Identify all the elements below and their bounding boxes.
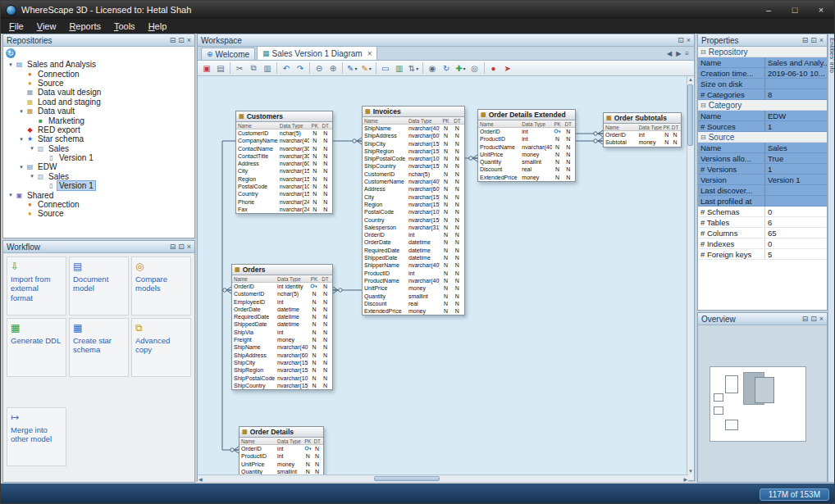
- property-row-creation-time[interactable]: Creation time...2019-06-10 10...: [698, 68, 827, 79]
- scroll-down-icon[interactable]: ▼: [688, 469, 693, 474]
- property-row-versions-allo[interactable]: Versions allo...True: [698, 153, 827, 164]
- table-row[interactable]: CustomerIDnchar(5)NN: [363, 170, 464, 178]
- table-row[interactable]: Phonenvarchar(24)NN: [236, 198, 332, 206]
- table-row[interactable]: ShippedDatedatetimeNN: [232, 320, 332, 328]
- overview-thumbnail[interactable]: [710, 366, 806, 442]
- property-row-columns[interactable]: # Columns65: [698, 228, 827, 238]
- table-row[interactable]: OrderIDintN: [478, 128, 575, 135]
- property-row-name[interactable]: NameEDW: [698, 111, 827, 121]
- table-row[interactable]: ProductNamenvarchar(40)NN: [363, 277, 464, 284]
- scroll-right-icon[interactable]: ▶: [683, 476, 687, 482]
- tree-item-sales-and-analysis[interactable]: ▾▤Sales and Analysis: [3, 60, 194, 69]
- tree-item-sales[interactable]: ▾▧Sales: [3, 172, 194, 181]
- save-icon[interactable]: ▣: [200, 61, 213, 75]
- table-row[interactable]: ShipAddressnvarchar(60)NN: [232, 352, 332, 359]
- tree-item-data-vault[interactable]: ▾▦Data vault: [3, 107, 194, 116]
- pin-icon[interactable]: ⊡: [178, 243, 185, 251]
- table-row[interactable]: ContactNamenvarchar(30)NN: [236, 145, 332, 152]
- table-row[interactable]: OrderIDintN: [240, 445, 323, 452]
- table-row[interactable]: Countrynvarchar(15)NN: [236, 190, 332, 198]
- table-row[interactable]: OrderIDintNN: [604, 131, 681, 138]
- property-row-categories[interactable]: # Categories8: [698, 89, 827, 100]
- table-row[interactable]: PostalCodenvarchar(10)NN: [236, 183, 332, 190]
- pin-icon[interactable]: ⊡: [810, 37, 817, 44]
- table-row[interactable]: ShipNamenvarchar(40)NN: [363, 125, 464, 132]
- tree-item-marketing[interactable]: ■Marketing: [3, 116, 194, 125]
- close-icon[interactable]: ×: [808, 1, 834, 19]
- collapse-icon[interactable]: ⊟: [700, 48, 706, 56]
- memory-usage-badge[interactable]: 117M of 153M: [760, 488, 829, 501]
- close-panel-icon[interactable]: ×: [187, 243, 191, 251]
- diagram-table-customers[interactable]: ▦CustomersNameData TypePKDTCustomerIDnch…: [235, 111, 333, 214]
- tab-close-icon[interactable]: ×: [367, 49, 372, 58]
- tree-item-connection[interactable]: ●Connection: [3, 69, 194, 78]
- vertical-scrollbar-thumb[interactable]: [687, 84, 693, 146]
- menu-help[interactable]: Help: [142, 21, 174, 31]
- table-row[interactable]: ShipAddressnvarchar(60)NN: [363, 132, 464, 139]
- chart-icon[interactable]: ▥: [393, 61, 406, 75]
- table-title[interactable]: ▦Order Subtotals: [604, 113, 681, 124]
- tree-item-connection[interactable]: ●Connection: [3, 200, 194, 209]
- table-row[interactable]: FreightmoneyNN: [232, 336, 332, 343]
- table-row[interactable]: ProductNamenvarchar(40)NN: [478, 143, 575, 151]
- table-title[interactable]: ▦Orders: [232, 265, 332, 275]
- pin-icon[interactable]: ⊡: [810, 316, 817, 323]
- table-row[interactable]: ShipperNamenvarchar(40)NN: [363, 261, 464, 269]
- table-row[interactable]: ShipRegionnvarchar(15)NN: [232, 366, 332, 374]
- table-row[interactable]: ShipCountrynvarchar(15)NN: [232, 382, 332, 389]
- close-panel-icon[interactable]: ×: [819, 37, 824, 44]
- print-icon[interactable]: ▤: [214, 61, 227, 75]
- table-title[interactable]: ▦Order Details: [240, 427, 323, 438]
- diagram-table-invoices[interactable]: ▦InvoicesNameData TypePKDTShipNamenvarch…: [362, 106, 465, 316]
- scroll-left-icon[interactable]: ◀: [667, 50, 672, 57]
- diagram-table-order-details-extended[interactable]: ▦Order Details ExtendedNameData TypePKDT…: [477, 109, 576, 182]
- scroll-left-icon[interactable]: ◀: [198, 476, 203, 482]
- undo-icon[interactable]: ↶: [280, 61, 293, 75]
- property-group-repository[interactable]: ⊟Repository: [698, 47, 827, 57]
- tree-item-red-export[interactable]: ◆RED export: [3, 125, 194, 134]
- tree-item-edw[interactable]: ▾▤EDW: [3, 162, 194, 171]
- redo-icon[interactable]: ↷: [294, 61, 307, 75]
- table-row[interactable]: ShipCountrynvarchar(15)NN: [363, 162, 464, 170]
- expander-icon[interactable]: ▾: [17, 108, 25, 115]
- expander-icon[interactable]: ▾: [17, 136, 25, 143]
- property-group-source[interactable]: ⊟Source: [698, 132, 827, 143]
- table-row[interactable]: OrderIDintNN: [363, 231, 464, 238]
- table-row[interactable]: QuantitysmallintNN: [363, 293, 464, 300]
- expander-icon[interactable]: ▾: [28, 145, 36, 152]
- tree-item-data-vault-design[interactable]: ▦Data vault design: [3, 88, 194, 97]
- table-row[interactable]: OrderIDint identityN: [232, 283, 332, 290]
- table-row[interactable]: EmployeeIDintNN: [232, 298, 332, 306]
- table-row[interactable]: CustomerIDnchar(5)NN: [232, 290, 332, 297]
- property-row-sources[interactable]: # Sources1: [698, 121, 827, 132]
- table-row[interactable]: Regionnvarchar(15)NN: [363, 201, 464, 208]
- refresh-repositories-icon[interactable]: ↻: [6, 48, 16, 58]
- table-row[interactable]: QuantitysmallintNN: [240, 468, 323, 474]
- float-panel-icon[interactable]: ⊟: [170, 37, 176, 44]
- table-title[interactable]: ▦Invoices: [363, 107, 464, 117]
- close-panel-icon[interactable]: ×: [687, 37, 691, 44]
- menu-file[interactable]: File: [2, 21, 30, 31]
- tree-item-source[interactable]: ●Source: [3, 209, 194, 218]
- tree-item-sales[interactable]: ▾▧Sales: [3, 144, 194, 153]
- property-group-category[interactable]: ⊟Category: [698, 100, 827, 111]
- tab-welcome[interactable]: ⊕Welcome: [201, 48, 255, 60]
- menu-reports[interactable]: Reports: [62, 21, 107, 31]
- property-row-foreign-keys[interactable]: # Foreign keys5: [698, 249, 827, 260]
- table-row[interactable]: Regionnvarchar(15)NN: [236, 175, 332, 183]
- table-row[interactable]: SubtotalmoneyNN: [604, 138, 681, 146]
- table-row[interactable]: Salespersonnvarchar(31)NN: [363, 224, 464, 231]
- table-row[interactable]: QuantitysmallintNN: [478, 158, 575, 166]
- minimize-icon[interactable]: –: [755, 1, 782, 19]
- table-row[interactable]: UnitPricemoneyNN: [240, 461, 323, 468]
- add-icon[interactable]: ✚▾: [454, 61, 467, 75]
- table-row[interactable]: ShipPostalCodenvarchar(10)NN: [363, 155, 464, 162]
- scroll-up-icon[interactable]: ▲: [688, 77, 693, 82]
- collapse-icon[interactable]: ⊟: [700, 102, 706, 109]
- copy-icon[interactable]: ⧉: [247, 61, 260, 75]
- table-row[interactable]: DiscountrealNN: [478, 166, 575, 173]
- tab-list-icon[interactable]: ≡: [685, 50, 689, 57]
- entities-info-tab[interactable]: Entities' info: [828, 34, 835, 483]
- table-row[interactable]: UnitPricemoneyNN: [478, 151, 575, 158]
- close-panel-icon[interactable]: ×: [819, 316, 824, 323]
